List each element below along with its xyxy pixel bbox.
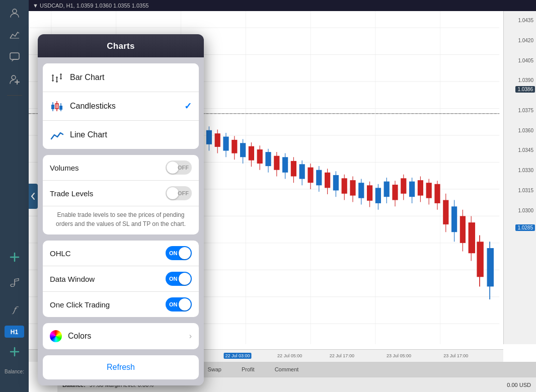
volumes-toggle-label: OFF	[178, 165, 189, 171]
price-axis: 1.0435 1.0420 1.0405 1.0390 1.0386 1.037…	[503, 11, 536, 344]
line-chart-label: Line Chart	[70, 130, 107, 139]
svg-rect-101	[350, 180, 355, 196]
svg-rect-95	[325, 173, 330, 188]
ohlc-toggle-label: ON	[169, 250, 178, 256]
svg-rect-113	[401, 178, 406, 194]
data-window-toggle[interactable]: ON	[166, 272, 192, 286]
col-swap: Swap	[207, 366, 221, 372]
svg-rect-77	[249, 146, 254, 161]
svg-rect-123	[443, 200, 448, 224]
price-7: 1.0345	[518, 147, 533, 153]
refresh-button[interactable]: Refresh	[43, 355, 199, 379]
trade-levels-toggle[interactable]: OFF	[166, 186, 192, 200]
sidebar-divider	[7, 95, 22, 96]
svg-rect-67	[206, 130, 212, 144]
svg-rect-145	[51, 105, 54, 109]
time-7: 23 Jul 05:00	[387, 353, 411, 358]
svg-rect-87	[291, 161, 296, 177]
svg-rect-115	[409, 182, 415, 197]
svg-rect-2	[10, 53, 19, 59]
svg-rect-149	[59, 106, 62, 110]
order-label: Balance:	[5, 369, 24, 374]
svg-rect-71	[223, 137, 228, 151]
svg-rect-107	[375, 188, 381, 203]
check-mark: ✓	[184, 101, 192, 112]
timeframe-button[interactable]: H1	[8, 327, 21, 338]
chart-icon[interactable]	[5, 25, 25, 45]
line-chart-icon	[50, 128, 64, 142]
ohlc-label: OHLC	[50, 249, 166, 258]
one-click-knob	[179, 298, 191, 310]
svg-rect-117	[418, 180, 423, 196]
toggles-section-2: OHLC ON Data Window ON One Cli	[43, 241, 199, 317]
volumes-row: Volumes OFF	[43, 155, 199, 181]
svg-rect-129	[469, 222, 475, 253]
price-9: 1.0315	[518, 188, 533, 193]
svg-rect-83	[274, 156, 279, 170]
svg-rect-109	[384, 182, 390, 197]
svg-rect-103	[358, 183, 364, 198]
svg-rect-85	[282, 157, 288, 173]
time-8: 23 Jul 17:00	[443, 353, 468, 358]
ohlc-row: OHLC ON	[43, 241, 199, 266]
colors-section: Colors ›	[43, 323, 199, 349]
chart-type-options: Bar Chart Candlesticks	[43, 63, 199, 149]
time-6: 22 Jul 17:00	[330, 353, 354, 358]
ohlc-knob	[179, 247, 191, 259]
trade-levels-label: Trade Levels	[50, 189, 166, 198]
modal-title: Charts	[38, 34, 204, 57]
one-click-trading-label: One Click Trading	[50, 300, 166, 309]
col-comment: Comment	[275, 366, 299, 372]
profit-info: 0.00 USD	[507, 382, 531, 388]
price-6: 1.0360	[518, 128, 533, 133]
volumes-toggle[interactable]: OFF	[166, 161, 192, 175]
color-wheel-icon	[50, 330, 62, 342]
trade-levels-toggle-label: OFF	[178, 190, 189, 196]
data-window-label: Data Window	[50, 275, 166, 283]
left-sidebar: 𝑓 H1 Balance:	[0, 0, 29, 392]
svg-rect-73	[232, 140, 237, 153]
svg-point-0	[13, 9, 17, 13]
chart-header: ▼ USDCAD, H1, 1.0359 1.0360 1.0355 1.035…	[29, 0, 536, 11]
svg-rect-89	[299, 164, 305, 179]
ohlc-toggle[interactable]: ON	[166, 246, 192, 260]
add-account-icon[interactable]	[5, 69, 25, 89]
svg-rect-91	[308, 168, 313, 183]
candlesticks-label: Candlesticks	[70, 102, 116, 111]
add-bottom-icon[interactable]	[5, 342, 25, 362]
music-icon[interactable]	[5, 273, 25, 293]
time-4: 22 Jul 03:00	[223, 353, 251, 359]
svg-rect-121	[434, 184, 440, 203]
data-window-knob	[179, 273, 191, 285]
colors-row[interactable]: Colors ›	[43, 323, 199, 349]
function-icon[interactable]: 𝑓	[5, 299, 25, 320]
profile-icon[interactable]	[5, 3, 25, 23]
svg-rect-119	[426, 183, 432, 198]
bar-chart-label: Bar Chart	[70, 73, 104, 82]
svg-rect-147	[55, 104, 58, 109]
price-8: 1.0330	[518, 168, 533, 173]
svg-rect-111	[392, 185, 398, 200]
line-chart-option[interactable]: Line Chart	[43, 121, 199, 149]
toggles-section-1: Volumes OFF Trade Levels OFF Enable trad…	[43, 155, 199, 234]
modal-body: Bar Chart Candlesticks	[38, 57, 204, 385]
svg-rect-97	[333, 175, 339, 191]
svg-rect-133	[487, 248, 494, 286]
one-click-toggle[interactable]: ON	[166, 297, 192, 311]
candlesticks-option[interactable]: Candlesticks ✓	[43, 92, 199, 121]
bar-chart-option[interactable]: Bar Chart	[43, 63, 199, 92]
svg-rect-99	[342, 178, 347, 194]
colors-label: Colors	[68, 332, 189, 341]
bar-chart-icon	[50, 70, 64, 85]
svg-rect-127	[460, 216, 466, 243]
price-3: 1.0405	[518, 58, 533, 63]
chat-icon[interactable]	[5, 47, 25, 67]
collapse-arrow[interactable]	[29, 184, 38, 209]
trade-levels-row: Trade Levels OFF	[43, 181, 199, 206]
price-5: 1.0375	[518, 108, 533, 113]
svg-rect-69	[215, 133, 220, 147]
price-4: 1.0390	[518, 77, 533, 83]
add-icon[interactable]	[5, 247, 25, 267]
candlestick-icon	[50, 99, 64, 113]
svg-rect-75	[240, 143, 246, 157]
